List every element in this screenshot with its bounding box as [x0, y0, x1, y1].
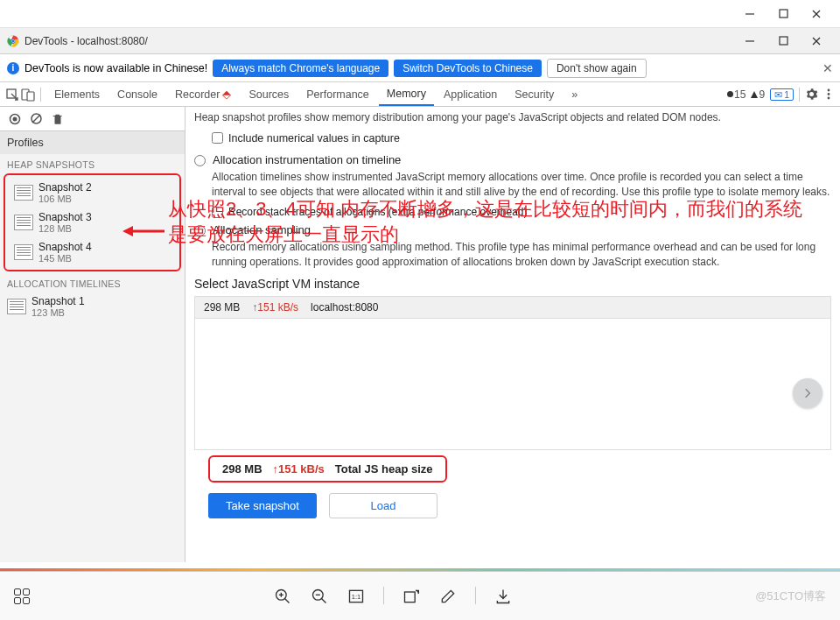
tab-recorder[interactable]: Recorder ⬘ — [167, 82, 239, 106]
close-button[interactable] — [800, 4, 833, 25]
load-button[interactable]: Load — [329, 493, 438, 518]
profiles-header: Profiles — [0, 131, 185, 154]
svg-rect-10 — [780, 37, 788, 45]
tab-application[interactable]: Application — [436, 82, 505, 106]
divider — [40, 88, 41, 102]
heap-desc: Heap snapshot profiles show memory distr… — [194, 110, 831, 125]
issues-count: 1 — [784, 89, 789, 100]
sidebar-toolbar — [0, 107, 185, 131]
snapshot-icon — [7, 299, 26, 314]
zoom-out-icon[interactable] — [310, 587, 329, 606]
tab-performance[interactable]: Performance — [298, 82, 377, 106]
sidebar-item-snapshot-2[interactable]: Snapshot 2106 MB — [7, 179, 178, 207]
svg-rect-1 — [780, 10, 788, 18]
edit-icon[interactable] — [438, 587, 458, 606]
allocation-sampling-input[interactable] — [194, 225, 206, 236]
include-numerical-checkbox[interactable]: Include numerical values in capture — [212, 132, 831, 144]
info-icon: i — [7, 62, 19, 74]
sidebar-item-snapshot-4[interactable]: Snapshot 4145 MB — [7, 238, 178, 266]
allocation-timeline-radio[interactable]: Allocation instrumentation on timeline — [194, 153, 831, 166]
allocation-sampling-label: Allocation sampling — [213, 223, 311, 236]
tab-console[interactable]: Console — [109, 82, 165, 106]
download-icon[interactable] — [494, 587, 513, 606]
svg-point-8 — [12, 39, 15, 42]
vm-instance-title: Select JavaScript VM instance — [194, 277, 831, 291]
include-numerical-label: Include numerical values in capture — [228, 132, 400, 144]
always-match-button[interactable]: Always match Chrome's language — [213, 60, 388, 77]
warnings-count: 9 — [759, 88, 765, 101]
svg-rect-15 — [27, 92, 34, 101]
apps-grid-button[interactable] — [14, 588, 30, 604]
banner-close-icon[interactable]: ✕ — [822, 61, 833, 75]
svg-point-17 — [828, 93, 830, 95]
svg-text:1:1: 1:1 — [351, 593, 360, 601]
devtools-close-button[interactable] — [800, 31, 833, 52]
tab-elements[interactable]: Elements — [46, 82, 108, 106]
allocation-timeline-label: Allocation instrumentation on timeline — [213, 153, 401, 166]
snapshots-highlight-box: Snapshot 2106 MB Snapshot 3128 MB Snapsh… — [4, 173, 181, 271]
tab-memory[interactable]: Memory — [379, 82, 434, 106]
snapshot-size: 123 MB — [32, 307, 85, 318]
minimize-button[interactable] — [733, 4, 766, 25]
vm-host: localhost:8080 — [311, 301, 378, 314]
snapshot-icon — [14, 185, 33, 201]
record-icon[interactable] — [9, 113, 21, 125]
devtools-titlebar: DevTools - localhost:8080/ — [0, 28, 840, 54]
snapshot-size: 106 MB — [38, 194, 92, 204]
inspect-icon[interactable] — [5, 88, 19, 102]
errors-badge[interactable]: 15 — [727, 88, 746, 101]
issues-badge[interactable]: ✉1 — [770, 88, 794, 101]
tab-recorder-label: Recorder — [175, 88, 220, 101]
snapshot-name: Snapshot 2 — [38, 181, 92, 194]
devtools-minimize-button[interactable] — [733, 31, 766, 52]
maximize-button[interactable] — [766, 4, 800, 25]
sidebar-item-snapshot-1[interactable]: Snapshot 1123 MB — [0, 292, 185, 321]
rotate-icon[interactable] — [402, 587, 421, 606]
snapshot-name: Snapshot 3 — [38, 211, 92, 223]
take-snapshot-button[interactable]: Take snapshot — [208, 493, 317, 518]
vm-instance-row[interactable]: 298 MB ↑151 kB/s localhost:8080 — [194, 296, 831, 319]
devtools-maximize-button[interactable] — [766, 31, 800, 52]
divider — [383, 587, 384, 604]
allocation-timelines-label: ALLOCATION TIMELINES — [0, 273, 185, 291]
content-area: Profiles HEAP SNAPSHOTS Snapshot 2106 MB… — [0, 107, 840, 562]
warnings-badge[interactable]: 9 — [751, 88, 765, 101]
record-stack-traces-checkbox[interactable]: Record stack traces of allocations (extr… — [212, 206, 831, 218]
vm-rate: ↑151 kB/s — [252, 301, 298, 314]
tab-sources[interactable]: Sources — [241, 82, 297, 106]
svg-point-20 — [13, 116, 18, 121]
more-menu-icon[interactable] — [823, 88, 835, 101]
next-page-button[interactable] — [793, 378, 822, 408]
vm-memory: 298 MB — [204, 301, 240, 314]
profiles-sidebar: Profiles HEAP SNAPSHOTS Snapshot 2106 MB… — [0, 107, 186, 562]
issues-icon: ✉ — [774, 89, 782, 100]
watermark-text: @51CTO博客 — [755, 588, 826, 604]
sidebar-item-snapshot-3[interactable]: Snapshot 3128 MB — [7, 208, 178, 236]
snapshot-size: 128 MB — [38, 223, 92, 234]
device-toggle-icon[interactable] — [21, 88, 35, 102]
svg-point-18 — [828, 97, 830, 100]
record-stack-input[interactable] — [212, 207, 223, 218]
zoom-in-icon[interactable] — [273, 587, 292, 606]
delete-icon[interactable] — [52, 113, 64, 125]
clear-icon[interactable] — [30, 112, 43, 125]
include-numerical-input[interactable] — [212, 132, 223, 144]
language-message: DevTools is now available in Chinese! — [24, 62, 207, 74]
devtools-tabs-bar: Elements Console Recorder ⬘ Sources Perf… — [0, 82, 840, 107]
svg-line-30 — [321, 598, 326, 602]
allocation-timeline-input[interactable] — [194, 155, 206, 166]
tab-security[interactable]: Security — [507, 82, 562, 106]
svg-point-16 — [828, 89, 830, 92]
settings-icon[interactable] — [805, 88, 818, 101]
dont-show-again-button[interactable]: Don't show again — [547, 59, 647, 78]
record-stack-label: Record stack traces of allocations (extr… — [228, 206, 528, 218]
allocation-timeline-desc: Allocation timelines show instrumented J… — [212, 170, 831, 200]
memory-main-panel: Heap snapshot profiles show memory distr… — [186, 107, 840, 562]
heap-snapshots-label: HEAP SNAPSHOTS — [0, 154, 185, 172]
actual-size-icon[interactable]: 1:1 — [346, 587, 366, 606]
app-footer: 1:1 @51CTO博客 — [0, 571, 840, 620]
tabs-overflow-button[interactable]: » — [564, 82, 585, 106]
allocation-sampling-radio[interactable]: Allocation sampling — [194, 223, 831, 236]
switch-language-button[interactable]: Switch DevTools to Chinese — [394, 60, 542, 77]
allocation-sampling-desc: Record memory allocations using sampling… — [212, 240, 831, 270]
